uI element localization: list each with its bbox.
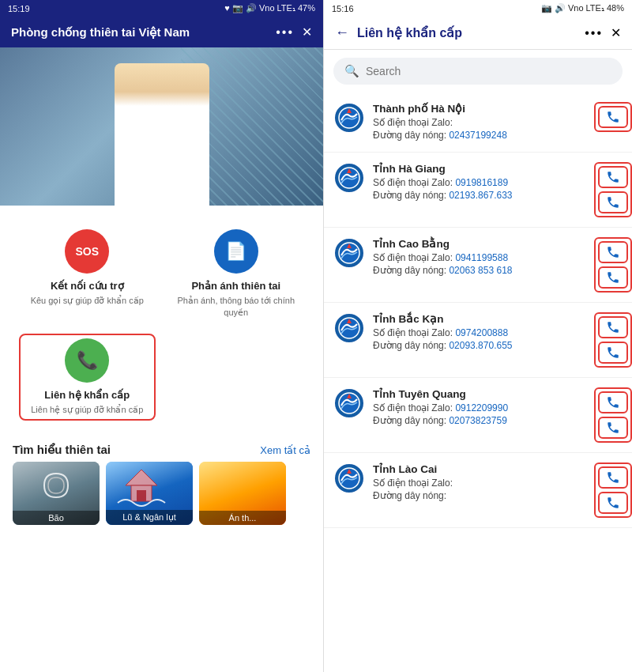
sos-label: Kết nối cứu trợ <box>51 280 124 292</box>
contact-logo <box>333 237 365 269</box>
call-buttons-group <box>594 387 632 443</box>
contact-name: Tỉnh Cao Bằng <box>373 237 586 250</box>
call-button[interactable] <box>598 166 628 188</box>
thumbnail-lu[interactable]: Lũ & Ngân lụt <box>106 462 193 525</box>
contact-logo <box>333 462 365 494</box>
hero-person <box>115 63 209 206</box>
contact-zalo-number[interactable]: 0974200888 <box>455 327 508 338</box>
thumbnail-row: Bão Lũ & Ngân lụt Án th... <box>0 462 323 525</box>
left-app-title: Phòng chống thiên tai Việt Nam <box>11 25 276 40</box>
left-time: 15:19 <box>8 4 30 13</box>
contact-hotline-number[interactable]: 02093.870.655 <box>449 340 512 351</box>
contact-zalo: Số điện thoại Zalo: 0941199588 <box>373 252 586 263</box>
thumbnail-an-label: Án th... <box>199 511 286 525</box>
svg-marker-0 <box>126 470 157 485</box>
contact-item: Tỉnh Cao BằngSố điện thoại Zalo: 0941199… <box>324 228 632 303</box>
call-button[interactable] <box>598 266 628 289</box>
contact-name: Tỉnh Tuyên Quang <box>373 387 586 400</box>
right-header: ← Liên hệ khẩn cấp ••• ✕ <box>324 17 632 50</box>
search-icon: 🔍 <box>344 64 359 78</box>
call-button[interactable] <box>598 241 628 263</box>
contact-hotline-number[interactable]: 02193.867.633 <box>449 190 512 201</box>
call-button[interactable] <box>598 191 628 213</box>
hero-image <box>0 47 323 206</box>
call-buttons-group <box>594 462 632 518</box>
contact-zalo: Số điện thoại Zalo: <box>373 117 586 128</box>
contact-hotline: Đường dây nóng: 02193.867.633 <box>373 190 586 201</box>
contact-info: Thành phố Hà NộiSố điện thoại Zalo:Đường… <box>373 102 586 142</box>
call-button[interactable] <box>598 492 628 514</box>
left-close-icon[interactable]: ✕ <box>302 25 312 40</box>
call-button[interactable] <box>598 466 628 489</box>
contact-logo <box>333 312 365 344</box>
left-more-icon[interactable]: ••• <box>276 25 294 40</box>
contact-item: Tỉnh Tuyên QuangSố điện thoại Zalo: 0912… <box>324 378 632 453</box>
contact-hotline-number[interactable]: 02437199248 <box>449 130 506 141</box>
call-buttons-group <box>594 312 632 368</box>
left-header: Phòng chống thiên tai Việt Nam ••• ✕ <box>0 17 323 47</box>
right-close-icon[interactable]: ✕ <box>611 25 621 40</box>
contact-item: Tỉnh Bắc KạnSố điện thoại Zalo: 09742008… <box>324 303 632 378</box>
emergency-phone-icon: 📞 <box>65 338 109 383</box>
call-button[interactable] <box>598 417 628 439</box>
contact-zalo: Số điện thoại Zalo: <box>373 478 586 489</box>
contact-info: Tỉnh Cao BằngSố điện thoại Zalo: 0941199… <box>373 237 586 277</box>
right-time: 15:16 <box>332 4 354 13</box>
report-label: Phản ánh thiên tai <box>191 280 280 292</box>
call-button[interactable] <box>598 342 628 364</box>
call-buttons-group <box>594 162 632 217</box>
contact-hotline: Đường dây nóng: 02073823759 <box>373 415 586 426</box>
contact-name: Tỉnh Hà Giang <box>373 162 586 175</box>
search-input[interactable] <box>366 65 611 77</box>
contact-zalo-number[interactable]: 0912209990 <box>455 402 508 413</box>
contact-zalo: Số điện thoại Zalo: 0919816189 <box>373 177 586 188</box>
left-status-icons: ♥ 📷 🔊 Vno LTE₁ 47% <box>224 3 315 13</box>
menu-item-report[interactable]: 📄 Phản ánh thiên tai Phản ánh, thông báo… <box>162 218 311 330</box>
section-header: Tìm hiểu thiên tai Xem tất cả <box>0 436 323 462</box>
right-panel: 15:16 📷 🔊 Vno LTE₁ 48% ← Liên hệ khẩn cấ… <box>324 0 632 672</box>
contact-logo <box>333 387 365 419</box>
left-status-bar: 15:19 ♥ 📷 🔊 Vno LTE₁ 47% <box>0 0 323 17</box>
call-buttons-group <box>594 237 632 293</box>
contact-item: Tỉnh Hà GiangSố điện thoại Zalo: 0919816… <box>324 153 632 228</box>
thumbnail-bao-label: Bão <box>13 511 100 525</box>
menu-item-sos[interactable]: SOS Kết nối cứu trợ Kêu gọi sự giúp đỡ k… <box>13 218 162 330</box>
contact-zalo-number[interactable]: 0941199588 <box>455 252 508 263</box>
right-more-icon[interactable]: ••• <box>585 26 603 40</box>
contact-hotline-number[interactable]: 02073823759 <box>449 415 506 426</box>
thumbnail-bao[interactable]: Bão <box>13 462 100 525</box>
contact-zalo: Số điện thoại Zalo: 0974200888 <box>373 327 586 338</box>
contact-info: Tỉnh Bắc KạnSố điện thoại Zalo: 09742008… <box>373 312 586 353</box>
back-icon[interactable]: ← <box>335 25 349 41</box>
contact-zalo-number[interactable]: 0919816189 <box>455 177 508 188</box>
report-icon: 📄 <box>214 229 258 274</box>
contact-logo <box>333 102 365 134</box>
thumbnail-an[interactable]: Án th... <box>199 462 286 525</box>
call-button[interactable] <box>598 316 628 338</box>
contact-hotline-number[interactable]: 02063 853 618 <box>449 265 512 276</box>
contact-hotline: Đường dây nóng: 02093.870.655 <box>373 340 586 351</box>
right-title: Liên hệ khẩn cấp <box>357 25 577 40</box>
call-buttons-group <box>594 102 632 132</box>
contact-item: Tỉnh Lào CaiSố điện thoại Zalo:Đường dây… <box>324 453 632 528</box>
call-button[interactable] <box>598 106 628 128</box>
contact-hotline: Đường dây nóng: <box>373 490 586 501</box>
emergency-label: Liên hệ khẩn cấp <box>44 389 130 401</box>
section-link[interactable]: Xem tất cả <box>260 444 310 456</box>
menu-item-emergency[interactable]: 📞 Liên hệ khẩn cấp Liên hệ sự giúp đỡ kh… <box>19 334 156 421</box>
right-status-bar: 15:16 📷 🔊 Vno LTE₁ 48% <box>324 0 632 17</box>
contact-name: Thành phố Hà Nội <box>373 102 586 115</box>
left-panel: 15:19 ♥ 📷 🔊 Vno LTE₁ 47% Phòng chống thi… <box>0 0 324 672</box>
contact-info: Tỉnh Hà GiangSố điện thoại Zalo: 0919816… <box>373 162 586 202</box>
section-title: Tìm hiểu thiên tai <box>13 443 111 457</box>
menu-grid: SOS Kết nối cứu trợ Kêu gọi sự giúp đỡ k… <box>0 206 323 436</box>
thumbnail-lu-label: Lũ & Ngân lụt <box>106 510 193 525</box>
contact-item: Thành phố Hà NộiSố điện thoại Zalo:Đường… <box>324 92 632 153</box>
contact-name: Tỉnh Bắc Kạn <box>373 312 586 325</box>
call-button[interactable] <box>598 391 628 413</box>
left-header-actions: ••• ✕ <box>276 25 312 40</box>
contact-list: Thành phố Hà NộiSố điện thoại Zalo:Đường… <box>324 92 632 672</box>
emergency-sublabel: Liên hệ sự giúp đỡ khẩn cấp <box>31 404 143 416</box>
sos-icon: SOS <box>65 229 109 274</box>
right-status-icons: 📷 🔊 Vno LTE₁ 48% <box>541 3 624 13</box>
